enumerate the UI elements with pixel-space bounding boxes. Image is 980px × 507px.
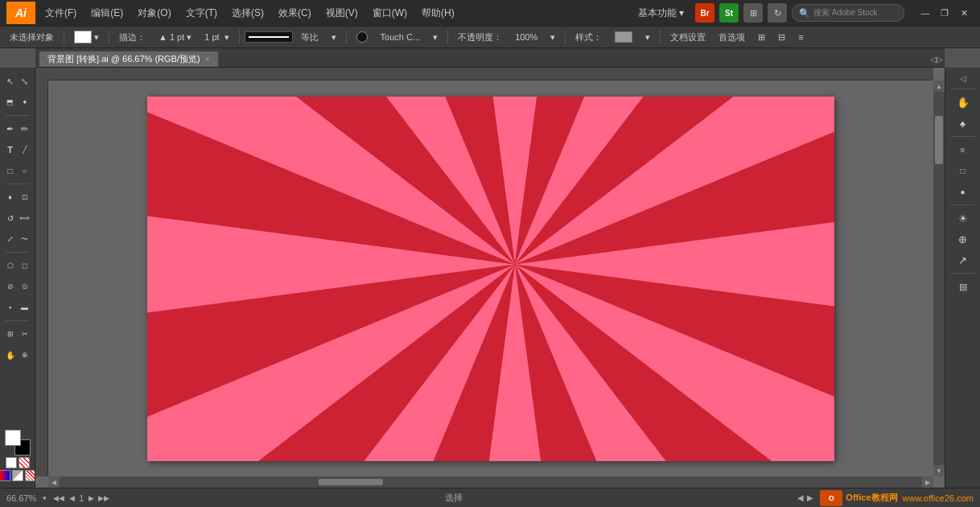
nav-arrow-right[interactable]: ▶ — [807, 493, 813, 502]
color-mode-swatch[interactable] — [0, 470, 10, 481]
pen-tool[interactable]: ✒ — [3, 118, 18, 139]
right-rect-icon[interactable]: □ — [949, 160, 978, 181]
artboard-tool[interactable]: ⊞ — [3, 324, 18, 344]
selection-tool[interactable]: ↖ — [3, 71, 18, 92]
menu-file[interactable]: 文件(F) — [39, 3, 83, 23]
more-icon[interactable]: ≡ — [793, 31, 808, 43]
blend-tool[interactable]: ⬡ — [3, 255, 18, 276]
scroll-down-button[interactable]: ▼ — [933, 465, 945, 476]
ellipse-tool[interactable]: ○ — [18, 160, 32, 181]
menu-help[interactable]: 帮助(H) — [415, 3, 461, 23]
bridge-icon[interactable]: Br — [695, 3, 714, 23]
pattern-swatch[interactable] — [25, 470, 36, 481]
right-panel-collapse[interactable]: ◁ — [958, 74, 967, 83]
slice-tool[interactable]: ✂ — [18, 324, 32, 344]
align-icon[interactable]: ⊟ — [773, 31, 790, 44]
right-lines-icon[interactable]: ≡ — [949, 139, 978, 160]
menu-window[interactable]: 窗口(W) — [366, 3, 414, 23]
line-dropdown[interactable]: ▾ — [327, 31, 341, 44]
document-tab[interactable]: 背景图 [转换].ai @ 66.67% (RGB/预览) × — [39, 51, 219, 67]
prefs-button[interactable]: 首选项 — [714, 30, 750, 45]
gradient-swatch[interactable] — [12, 470, 23, 481]
right-hand-tool[interactable]: ✋ — [949, 92, 978, 113]
rotate-tool[interactable]: ↺ — [3, 208, 18, 229]
eyedropper-tool[interactable]: ⊘ — [3, 276, 18, 297]
maximize-button[interactable]: ❐ — [935, 3, 954, 23]
text-tool[interactable]: T — [3, 139, 18, 160]
adobe-stock-search[interactable]: 🔍 搜索 Adobe Stock — [792, 4, 904, 22]
right-arrow-icon[interactable]: ↗ — [949, 249, 978, 270]
menu-select[interactable]: 选择(S) — [225, 3, 270, 23]
sync-icon[interactable]: ↻ — [768, 3, 787, 23]
rect-tool[interactable]: □ — [3, 160, 18, 181]
blob-brush-tool[interactable]: ⊡ — [18, 187, 32, 208]
opacity-value[interactable]: 100% — [510, 31, 542, 43]
close-button[interactable]: ✕ — [954, 3, 974, 23]
measure-tool[interactable]: ⊙ — [18, 276, 32, 297]
right-circle-icon[interactable]: ● — [949, 181, 978, 202]
warp-tool[interactable]: 〜 — [18, 229, 32, 249]
scroll-track-h[interactable] — [60, 478, 922, 486]
scroll-up-button[interactable]: ▲ — [933, 80, 945, 92]
fill-swatch-area[interactable]: ▾ — [69, 29, 104, 45]
chart-tool[interactable]: ▬ — [18, 297, 32, 318]
nav-arrow-left[interactable]: ◀ — [797, 493, 804, 502]
right-plus-icon[interactable]: ⊕ — [949, 229, 978, 249]
scroll-horizontal[interactable]: ◀ ▶ — [48, 476, 933, 488]
office-promo[interactable]: O Office教程网 — [820, 490, 897, 506]
panels-toggle[interactable]: ◁▷ — [929, 51, 945, 67]
none-swatch-mini[interactable] — [19, 457, 30, 468]
right-layers-icon[interactable]: ▤ — [949, 276, 978, 297]
right-shape-tool[interactable]: ♠ — [949, 113, 978, 134]
menu-view[interactable]: 视图(V) — [319, 3, 364, 23]
reflect-tool[interactable]: ⟺ — [18, 208, 32, 229]
scroll-left-button[interactable]: ◀ — [48, 476, 60, 488]
lasso-tool[interactable]: ⬒ — [3, 92, 18, 113]
scroll-vertical[interactable]: ▲ ▼ — [933, 80, 945, 476]
workspace-selector[interactable]: 基本功能 ▾ — [632, 3, 690, 23]
stroke-weight-dropdown[interactable]: 1 pt ▾ — [200, 31, 233, 44]
paintbrush-tool[interactable]: ♦ — [3, 187, 18, 208]
right-sun-icon[interactable]: ☀ — [949, 208, 978, 229]
menu-edit[interactable]: 编辑(E) — [84, 3, 130, 23]
line-segment-tool[interactable]: ╱ — [18, 139, 32, 160]
eraser-tool[interactable]: ◻ — [18, 255, 32, 276]
brush-label[interactable]: Touch C... — [376, 31, 426, 43]
foreground-background-swatches[interactable] — [5, 430, 31, 455]
tab-close-button[interactable]: × — [205, 55, 210, 64]
pencil-tool[interactable]: ✏ — [18, 118, 32, 139]
graph-tool[interactable]: ▪ — [3, 297, 18, 318]
stroke-size-up-down[interactable]: ▲1 pt▾ — [154, 31, 196, 44]
magic-wand-tool[interactable]: ✦ — [18, 92, 32, 113]
style-swatch[interactable] — [610, 30, 637, 44]
brush-dropdown[interactable]: ▾ — [428, 31, 443, 44]
stock-icon[interactable]: St — [719, 3, 739, 23]
scroll-thumb-v[interactable] — [935, 116, 943, 164]
style-dropdown[interactable]: ▾ — [640, 31, 655, 44]
menu-object[interactable]: 对象(O) — [131, 3, 177, 23]
hand-tool[interactable]: ✋ — [3, 344, 18, 365]
artwork-canvas[interactable] — [147, 97, 834, 461]
scroll-right-button[interactable]: ▶ — [922, 476, 933, 488]
direct-selection-tool[interactable]: ⤡ — [18, 71, 32, 92]
fill-dropdown-icon[interactable]: ▾ — [94, 32, 99, 43]
scale-tool[interactable]: ⤢ — [3, 229, 18, 249]
foreground-swatch[interactable] — [5, 430, 21, 446]
brush-swatch[interactable] — [352, 30, 373, 44]
apps-icon[interactable]: ⊞ — [743, 3, 763, 23]
scroll-track-v[interactable] — [933, 92, 945, 465]
scroll-thumb-h[interactable] — [319, 479, 383, 485]
arrange-icon[interactable]: ⊞ — [753, 31, 770, 44]
zoom-tool[interactable]: ⊕ — [18, 344, 32, 365]
nav-first-button[interactable]: ◀◀ — [53, 493, 64, 504]
menu-effect[interactable]: 效果(C) — [272, 3, 318, 23]
nav-last-button[interactable]: ▶▶ — [98, 493, 109, 504]
doc-setup-button[interactable]: 文档设置 — [665, 30, 710, 45]
menu-text[interactable]: 文字(T) — [179, 3, 224, 23]
opacity-dropdown[interactable]: ▾ — [546, 31, 560, 44]
nav-next-button[interactable]: ▶ — [85, 493, 97, 504]
zoom-dropdown-icon[interactable]: ▾ — [43, 494, 47, 502]
stroke-swatch-mini[interactable] — [6, 457, 17, 468]
minimize-button[interactable]: — — [916, 3, 935, 23]
nav-prev-button[interactable]: ◀ — [66, 493, 77, 504]
